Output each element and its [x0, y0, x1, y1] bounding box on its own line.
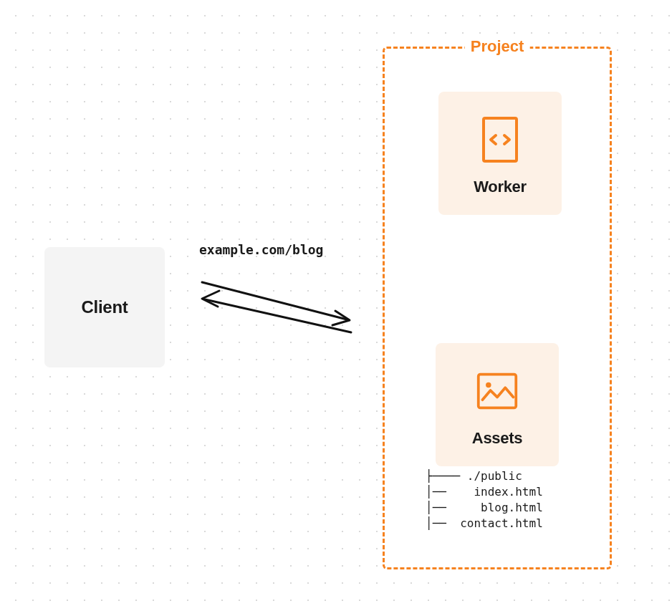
worker-label: Worker: [474, 178, 527, 196]
request-url-label: example.com/blog: [199, 242, 323, 257]
diagram-stage: Client example.com/blog Project Worker: [0, 0, 672, 616]
assets-card: Assets: [436, 343, 559, 466]
image-icon: [476, 366, 519, 416]
assets-label: Assets: [472, 429, 522, 448]
svg-point-4: [486, 382, 491, 388]
request-response-arrows-icon: [192, 269, 360, 342]
client-box: Client: [44, 247, 165, 367]
svg-rect-2: [484, 118, 517, 161]
tree-file: │── contact.html: [426, 516, 543, 530]
svg-line-0: [202, 282, 347, 319]
project-title: Project: [465, 37, 530, 56]
tree-file: │── blog.html: [426, 501, 543, 514]
tree-root: ├──── ./public: [426, 469, 522, 483]
project-container: Project Worker Assets: [383, 47, 612, 569]
client-label: Client: [82, 297, 128, 317]
tree-file: │── index.html: [426, 485, 543, 499]
worker-card: Worker: [438, 92, 562, 215]
assets-file-tree: ├──── ./public │── index.html │── blog.h…: [426, 468, 543, 531]
code-file-icon: [479, 115, 522, 165]
svg-rect-3: [479, 375, 517, 408]
